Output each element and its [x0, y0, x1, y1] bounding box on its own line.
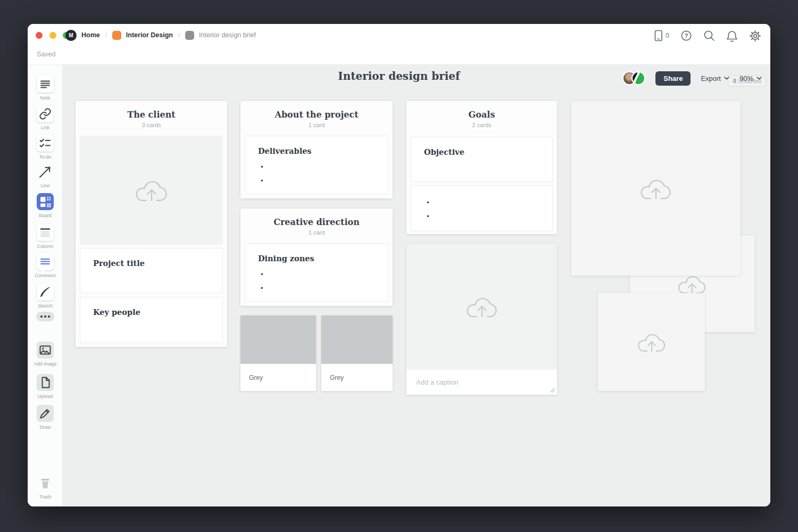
avatar[interactable]	[631, 71, 645, 85]
minimize-window-button[interactable]	[49, 32, 56, 39]
caption-input[interactable]: Add a caption	[416, 370, 459, 395]
tool-todo[interactable]: To-do	[28, 135, 63, 160]
svg-text:?: ?	[685, 32, 688, 39]
page-color-icon	[185, 31, 194, 40]
bullet-item: •	[261, 160, 388, 173]
swatch-label: Grey	[330, 364, 344, 391]
more-icon	[36, 312, 54, 321]
app-logo-icon[interactable]: M	[65, 30, 77, 41]
column-count: 1 card	[240, 122, 393, 128]
tool-add-image[interactable]: Add image	[28, 342, 63, 367]
settings-button[interactable]	[749, 30, 761, 42]
help-icon: ?	[680, 30, 692, 41]
image-upload-placeholder[interactable]	[80, 136, 223, 245]
search-button[interactable]	[703, 30, 715, 41]
bullet-item: •	[261, 267, 388, 281]
app-window: M Home / Interior Design / Interior desi…	[28, 24, 770, 506]
breadcrumb-current-page: Interior design brief	[199, 31, 256, 39]
tool-column[interactable]: Column	[28, 224, 63, 249]
draw-icon	[37, 405, 54, 422]
bell-icon	[726, 30, 738, 42]
column-goals[interactable]: Goals 2 cards Objective • •	[406, 101, 557, 234]
header-actions: Share Export 90%	[622, 69, 762, 87]
image-card-with-caption[interactable]: Add a caption	[406, 244, 557, 395]
window-controls	[36, 32, 70, 39]
tool-link[interactable]: Link	[28, 105, 63, 130]
column-the-client[interactable]: The client 3 cards Project title Key peo…	[76, 101, 227, 347]
note-card[interactable]: Key people	[80, 297, 223, 343]
tool-upload[interactable]: Upload	[28, 374, 63, 399]
line-icon	[37, 163, 54, 180]
save-status: Saved	[37, 51, 55, 58]
column-count: 3 cards	[76, 122, 227, 128]
notifications-button[interactable]	[726, 30, 738, 42]
board-icon	[37, 193, 54, 210]
image-upload-placeholder[interactable]	[406, 244, 557, 370]
tool-line[interactable]: Line	[28, 163, 63, 188]
tool-sketch[interactable]: Sketch	[28, 284, 63, 309]
link-icon	[37, 105, 54, 122]
tool-board[interactable]: Board	[28, 193, 63, 218]
image-upload-placeholder[interactable]	[571, 101, 741, 276]
trash-icon	[37, 475, 54, 492]
device-icon	[653, 30, 663, 41]
column-title[interactable]: The client	[76, 110, 227, 120]
search-icon	[703, 30, 715, 41]
resize-handle[interactable]	[549, 387, 555, 393]
breadcrumb-separator: /	[105, 32, 107, 38]
todo-icon	[37, 135, 54, 152]
column-count: 1 card	[240, 229, 393, 236]
column-title[interactable]: About the project	[240, 110, 393, 120]
bullet-item: •	[261, 173, 388, 187]
share-button[interactable]: Share	[655, 71, 691, 86]
color-swatch-card[interactable]: Grey	[321, 315, 393, 391]
bullet-item: •	[427, 195, 552, 209]
note-card[interactable]: Dining zones • •	[245, 243, 388, 302]
column-icon	[37, 224, 54, 241]
breadcrumb: M Home / Interior Design / Interior desi…	[65, 24, 256, 46]
bullet-list: • •	[245, 267, 388, 295]
zoom-menu[interactable]: 90%	[739, 74, 762, 82]
tool-trash[interactable]: Trash	[28, 475, 63, 500]
device-count: 0	[666, 32, 669, 39]
gear-icon	[749, 30, 761, 42]
header-bar: M Home / Interior Design / Interior desi…	[28, 24, 770, 65]
add-image-icon	[37, 342, 54, 359]
sketch-icon	[37, 284, 54, 301]
tool-more[interactable]	[28, 312, 63, 324]
swatch-label: Grey	[249, 364, 263, 391]
note-card[interactable]: Project title	[80, 248, 223, 293]
upload-icon	[37, 374, 54, 391]
export-menu[interactable]: Export	[701, 74, 729, 82]
note-card-title: Project title	[80, 248, 222, 268]
note-card[interactable]: Deliverables • •	[245, 136, 388, 194]
note-card[interactable]: Objective	[411, 137, 553, 182]
note-card-title: Objective	[411, 137, 552, 156]
board-color-icon	[112, 31, 121, 40]
note-card-title: Key people	[80, 297, 222, 317]
device-button[interactable]: 0	[653, 30, 669, 41]
close-window-button[interactable]	[36, 32, 43, 39]
column-title[interactable]: Goals	[406, 110, 557, 120]
image-upload-placeholder[interactable]	[598, 293, 705, 391]
note-card[interactable]: • •	[411, 185, 553, 231]
help-button[interactable]: ?	[680, 30, 692, 41]
swatch-color-block	[321, 315, 393, 364]
chevron-down-icon	[724, 77, 729, 80]
header-icon-row: 0 ?	[653, 24, 761, 47]
cloud-upload-icon	[465, 292, 499, 321]
board-canvas[interactable]: 0 Unsorted The client 3 cards Project ti…	[63, 65, 770, 506]
cloud-upload-icon	[134, 175, 169, 205]
bullet-item: •	[427, 209, 552, 223]
breadcrumb-board[interactable]: Interior Design	[126, 31, 173, 39]
column-title[interactable]: Creative direction	[240, 217, 393, 227]
note-card-title: Dining zones	[245, 244, 388, 263]
column-about-the-project[interactable]: About the project 1 card Deliverables • …	[240, 101, 393, 198]
tool-comment[interactable]: Comment	[28, 253, 63, 278]
tool-draw[interactable]: Draw	[28, 405, 63, 430]
column-count: 2 cards	[406, 122, 557, 128]
column-creative-direction[interactable]: Creative direction 1 card Dining zones •…	[240, 209, 393, 306]
breadcrumb-home[interactable]: Home	[81, 31, 100, 39]
collaborator-avatars	[622, 71, 645, 85]
color-swatch-card[interactable]: Grey	[240, 315, 316, 391]
